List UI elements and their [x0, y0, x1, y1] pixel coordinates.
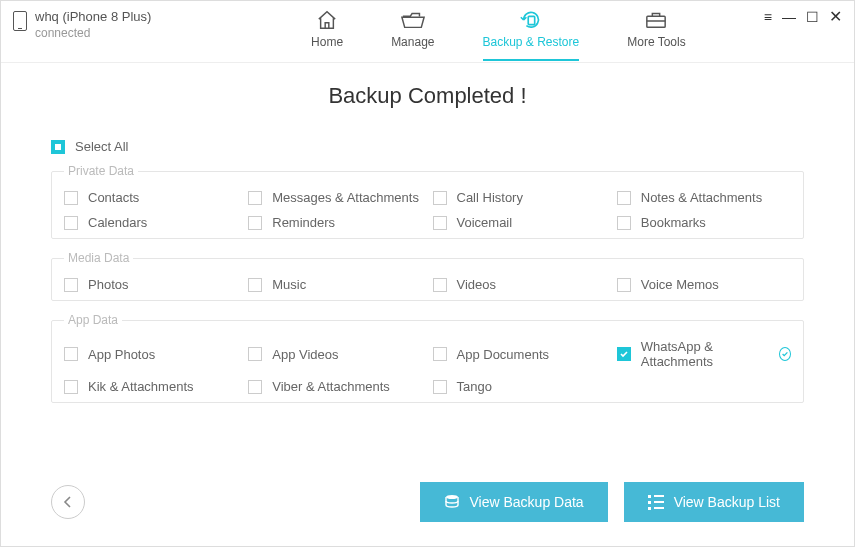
checkbox[interactable]	[433, 216, 447, 230]
checkbox[interactable]	[248, 278, 262, 292]
select-all-label: Select All	[75, 139, 128, 154]
checkbox[interactable]	[248, 216, 262, 230]
select-all-checkbox[interactable]	[51, 140, 65, 154]
success-icon	[779, 347, 791, 361]
checkbox[interactable]	[617, 191, 631, 205]
checkbox[interactable]	[248, 380, 262, 394]
checkbox[interactable]	[617, 216, 631, 230]
close-icon[interactable]: ✕	[829, 9, 842, 25]
svg-point-2	[446, 495, 458, 499]
stack-icon	[444, 494, 460, 511]
item-whatsapp[interactable]: WhatsApp & Attachments	[617, 339, 791, 369]
home-icon	[315, 9, 339, 31]
item-app-videos[interactable]: App Videos	[248, 339, 422, 369]
item-videos[interactable]: Videos	[433, 277, 607, 292]
phone-icon	[13, 11, 27, 31]
section-app-data: App Data App Photos App Videos App Docum…	[51, 313, 804, 403]
folder-icon	[401, 9, 425, 31]
item-reminders[interactable]: Reminders	[248, 215, 422, 230]
section-private-data: Private Data Contacts Messages & Attachm…	[51, 164, 804, 239]
item-contacts[interactable]: Contacts	[64, 190, 238, 205]
item-viber[interactable]: Viber & Attachments	[248, 379, 422, 394]
list-icon	[648, 495, 664, 510]
item-messages[interactable]: Messages & Attachments	[248, 190, 422, 205]
checkbox[interactable]	[248, 347, 262, 361]
checkbox[interactable]	[617, 278, 631, 292]
page-title: Backup Completed !	[51, 83, 804, 109]
checkbox[interactable]	[433, 347, 447, 361]
section-legend: Media Data	[64, 251, 133, 265]
view-backup-list-button[interactable]: View Backup List	[624, 482, 804, 522]
nav-backup-restore[interactable]: Backup & Restore	[483, 9, 580, 61]
checkbox[interactable]	[64, 278, 78, 292]
item-bookmarks[interactable]: Bookmarks	[617, 215, 791, 230]
maximize-icon[interactable]: ☐	[806, 10, 819, 24]
view-backup-data-button[interactable]: View Backup Data	[420, 482, 608, 522]
nav-home[interactable]: Home	[311, 9, 343, 61]
item-app-photos[interactable]: App Photos	[64, 339, 238, 369]
toolbox-icon	[644, 9, 668, 31]
checkbox[interactable]	[433, 278, 447, 292]
back-button[interactable]	[51, 485, 85, 519]
item-music[interactable]: Music	[248, 277, 422, 292]
select-all[interactable]: Select All	[51, 139, 804, 154]
checkbox[interactable]	[64, 380, 78, 394]
item-tango[interactable]: Tango	[433, 379, 607, 394]
item-voicemail[interactable]: Voicemail	[433, 215, 607, 230]
section-legend: App Data	[64, 313, 122, 327]
backup-restore-icon	[519, 9, 543, 31]
item-app-documents[interactable]: App Documents	[433, 339, 607, 369]
item-photos[interactable]: Photos	[64, 277, 238, 292]
menu-icon[interactable]: ≡	[764, 10, 772, 24]
checkbox[interactable]	[248, 191, 262, 205]
checkbox[interactable]	[64, 216, 78, 230]
svg-rect-0	[528, 16, 534, 24]
item-call-history[interactable]: Call History	[433, 190, 607, 205]
checkbox[interactable]	[433, 191, 447, 205]
device-status: connected	[35, 26, 151, 42]
device-name: whq (iPhone 8 Plus)	[35, 9, 151, 26]
item-voice-memos[interactable]: Voice Memos	[617, 277, 791, 292]
minimize-icon[interactable]: —	[782, 10, 796, 24]
window-controls: ≡ — ☐ ✕	[764, 9, 842, 25]
svg-rect-1	[647, 16, 665, 27]
section-media-data: Media Data Photos Music Videos Voice Mem…	[51, 251, 804, 301]
item-notes[interactable]: Notes & Attachments	[617, 190, 791, 205]
checkbox[interactable]	[64, 191, 78, 205]
nav-more-tools[interactable]: More Tools	[627, 9, 685, 61]
checkbox[interactable]	[64, 347, 78, 361]
device-info: whq (iPhone 8 Plus) connected	[13, 9, 233, 41]
nav-manage[interactable]: Manage	[391, 9, 434, 61]
section-legend: Private Data	[64, 164, 138, 178]
checkbox[interactable]	[433, 380, 447, 394]
item-kik[interactable]: Kik & Attachments	[64, 379, 238, 394]
checkbox[interactable]	[617, 347, 631, 361]
item-calendars[interactable]: Calendars	[64, 215, 238, 230]
